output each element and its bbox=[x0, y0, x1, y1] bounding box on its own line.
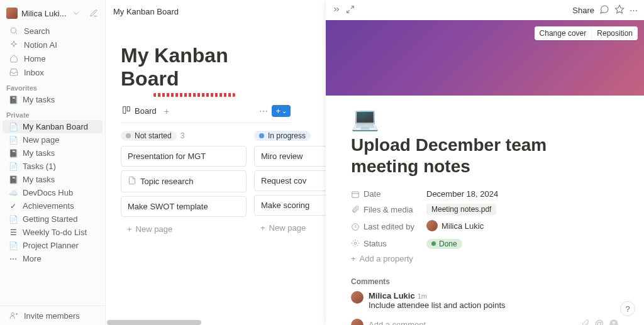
column-name: In progress bbox=[268, 131, 306, 140]
mention-icon[interactable]: @ bbox=[595, 319, 604, 325]
card-title: Topic research bbox=[140, 177, 194, 186]
page-weekly-todo[interactable]: ☰Weekly To-do List bbox=[3, 226, 103, 239]
property-date[interactable]: Date December 18, 2024 bbox=[351, 187, 619, 201]
close-panel-icon[interactable] bbox=[332, 5, 341, 16]
share-button[interactable]: Share bbox=[572, 6, 594, 15]
page-tasks-1[interactable]: 📄Tasks (1) bbox=[3, 160, 103, 173]
file-attachment[interactable]: Meeting notes.pdf bbox=[426, 204, 496, 215]
clock-icon bbox=[351, 223, 360, 231]
page-label: DevDocs Hub bbox=[23, 188, 73, 197]
compose-icon[interactable] bbox=[89, 8, 99, 18]
svg-line-5 bbox=[351, 6, 353, 8]
column-count: 3 bbox=[180, 131, 185, 140]
svg-point-2 bbox=[11, 312, 14, 316]
new-page-label: New page bbox=[136, 224, 173, 234]
card-title: Make scoring bbox=[261, 201, 309, 210]
people-icon bbox=[9, 311, 19, 321]
check-icon: ✓ bbox=[9, 202, 18, 211]
page-cover[interactable]: Change cover Reposition bbox=[326, 20, 644, 96]
more-icon[interactable]: ⋯ bbox=[630, 6, 638, 15]
page-label: Achievements bbox=[23, 201, 74, 211]
kanban-card[interactable]: Presentation for MGT bbox=[121, 146, 247, 167]
page-kanban-board[interactable]: 📄My Kanban Board bbox=[3, 120, 103, 133]
more-label: More bbox=[23, 254, 42, 263]
page-emoji: 📓 bbox=[9, 96, 18, 104]
favorite-my-tasks[interactable]: 📓My tasks bbox=[3, 93, 103, 106]
status-badge[interactable]: Done bbox=[426, 239, 462, 249]
page-detail-panel: Share ⋯ Change cover Reposition 💻 Upload… bbox=[326, 0, 644, 325]
page-new-page[interactable]: 📄New page bbox=[3, 133, 103, 146]
page-emoji: 📓 bbox=[9, 149, 18, 158]
nav-label: Inbox bbox=[24, 68, 44, 77]
kanban-board: Not started 3 Presentation for MGT Topic… bbox=[121, 131, 291, 238]
new-item-button[interactable]: +⌄ bbox=[272, 105, 291, 117]
breadcrumb-text: My Kanban Board bbox=[113, 7, 179, 16]
add-view-icon[interactable]: + bbox=[164, 106, 169, 116]
sparkle-icon bbox=[9, 40, 19, 50]
column-header[interactable]: Not started 3 bbox=[121, 131, 247, 141]
invite-members[interactable]: Invite members bbox=[3, 309, 103, 322]
view-label: Board bbox=[135, 106, 157, 116]
user-chip: Milica Lukic bbox=[426, 220, 484, 231]
doc-icon bbox=[128, 176, 136, 187]
comment-text: Include attendee list and action points bbox=[369, 300, 506, 310]
comment-author: Milica Lukic bbox=[369, 291, 415, 300]
nav-notion-ai[interactable]: Notion AI bbox=[3, 38, 103, 52]
svg-line-1 bbox=[15, 32, 17, 34]
page-label: Weekly To-do List bbox=[23, 228, 87, 237]
page-my-tasks-1[interactable]: 📓My tasks bbox=[3, 146, 103, 160]
nav-more[interactable]: ⋯More bbox=[3, 252, 103, 265]
nav-home[interactable]: Home bbox=[3, 52, 103, 65]
panel-title[interactable]: Upload December team meeting notes bbox=[351, 135, 619, 177]
page-emoji[interactable]: 💻 bbox=[351, 106, 619, 132]
user-name: Milica Luki... bbox=[21, 9, 67, 18]
view-more-icon[interactable]: ⋯ bbox=[259, 106, 268, 116]
main-area: My Kanban Board My Kanban Board Board + … bbox=[106, 0, 326, 325]
page-my-tasks-2[interactable]: 📓My tasks bbox=[3, 173, 103, 186]
chevron-down-icon: ⌄ bbox=[282, 107, 287, 114]
new-page-button[interactable]: +New page bbox=[121, 221, 247, 238]
page-emoji: 📄 bbox=[9, 123, 18, 131]
page-project-planner[interactable]: 📄Project Planner bbox=[3, 239, 103, 252]
attach-icon[interactable] bbox=[581, 319, 590, 325]
page-devdocs-hub[interactable]: ☁️DevDocs Hub bbox=[3, 186, 103, 199]
page-label: Project Planner bbox=[23, 241, 79, 250]
nav-label: Home bbox=[24, 54, 46, 63]
breadcrumb[interactable]: My Kanban Board bbox=[106, 0, 326, 23]
help-button[interactable]: ? bbox=[620, 301, 635, 316]
page-label: New page bbox=[23, 135, 60, 145]
view-tab-board[interactable]: Board bbox=[121, 103, 158, 119]
add-property-button[interactable]: +Add a property bbox=[351, 251, 619, 266]
svg-point-11 bbox=[354, 243, 357, 245]
send-icon[interactable] bbox=[609, 319, 619, 325]
change-cover-button[interactable]: Change cover bbox=[535, 26, 592, 40]
workspace-switcher[interactable]: Milica Luki... bbox=[0, 5, 105, 21]
comment-icon[interactable] bbox=[599, 4, 609, 16]
property-status[interactable]: Status Done bbox=[351, 236, 619, 251]
card-title: Request cov bbox=[261, 176, 306, 185]
property-last-edited[interactable]: Last edited by Milica Lukic bbox=[351, 218, 619, 236]
more-icon: ⋯ bbox=[9, 255, 18, 263]
prop-label-text: Files & media bbox=[364, 205, 413, 214]
kanban-card[interactable]: Topic research bbox=[121, 170, 247, 192]
reposition-button[interactable]: Reposition bbox=[591, 26, 638, 40]
svg-point-0 bbox=[11, 28, 16, 33]
plus-icon: + bbox=[127, 224, 132, 234]
page-title[interactable]: My Kanban Board bbox=[121, 44, 291, 91]
expand-icon[interactable] bbox=[346, 5, 355, 16]
page-label: My Kanban Board bbox=[23, 122, 88, 131]
svg-rect-4 bbox=[127, 107, 130, 111]
chevron-down-icon bbox=[71, 8, 81, 18]
page-getting-started[interactable]: 📄Getting Started bbox=[3, 212, 103, 226]
spellcheck-underline bbox=[153, 93, 235, 97]
page-achievements[interactable]: ✓Achievements bbox=[3, 199, 103, 212]
add-prop-label: Add a property bbox=[360, 254, 413, 263]
cover-actions: Change cover Reposition bbox=[535, 26, 638, 40]
kanban-card[interactable]: Make SWOT template bbox=[121, 196, 247, 217]
property-files[interactable]: Files & media Meeting notes.pdf bbox=[351, 201, 619, 218]
favorite-icon[interactable] bbox=[614, 4, 625, 16]
nav-search[interactable]: Search bbox=[3, 24, 103, 38]
scrollbar[interactable] bbox=[107, 320, 201, 325]
comment-input[interactable] bbox=[369, 320, 576, 325]
nav-inbox[interactable]: Inbox bbox=[3, 65, 103, 79]
